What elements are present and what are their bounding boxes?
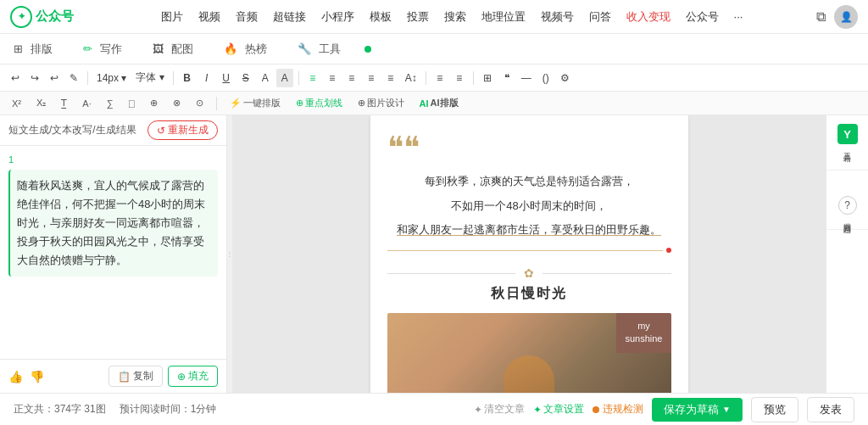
image-design-button[interactable]: ⊕ 图片设计 [353, 96, 409, 110]
one-key-layout-button[interactable]: ⚡ 一键排版 [225, 96, 286, 110]
ordered-list-button[interactable]: ≡ [451, 69, 468, 87]
nav-image[interactable]: 图片 [161, 8, 183, 26]
underline-button[interactable]: U [218, 69, 235, 87]
nav-miniapp[interactable]: 小程序 [321, 8, 354, 26]
align-left-button[interactable]: ≡ [304, 69, 321, 87]
toolbar1: ⊞ 排版 ✏ 写作 🖼 配图 🔥 热榜 🔧 工具 [0, 34, 868, 64]
top-nav: ✦ 公众号 图片 视频 音频 超链接 小程序 模板 投票 搜索 地理位置 视频号… [0, 0, 868, 34]
dash-button[interactable]: — [518, 69, 535, 87]
section-title[interactable]: 秋日慢时光 [387, 285, 671, 303]
top-nav-right: ⧉ 👤 [816, 5, 858, 29]
preview-label: 预览 [764, 403, 786, 416]
dislike-icon[interactable]: 👎 [30, 370, 44, 383]
text-style-button[interactable]: T̲ [56, 97, 72, 109]
add-circle-button[interactable]: ⊕ [145, 97, 163, 109]
copy-button[interactable]: 📋 复制 [108, 366, 163, 387]
nav-monetize[interactable]: 收入变现 [626, 8, 670, 26]
table-button[interactable]: ⊞ [479, 69, 496, 87]
toolbox-item-help[interactable]: ? 遇到问题 [826, 187, 868, 230]
align-center-button[interactable]: ≡ [324, 69, 341, 87]
redo-button[interactable]: ↪ [26, 69, 43, 87]
violation-button[interactable]: 违规检测 [593, 402, 643, 417]
clear-label: 清空文章 [484, 402, 525, 417]
save-button[interactable]: 保存为草稿 ▼ [652, 398, 743, 422]
subscript-button[interactable]: X₂ [31, 97, 51, 109]
tab-write[interactable]: ✏ 写作 [78, 35, 132, 64]
toolbox-help-label: 遇到问题 [842, 217, 853, 221]
image-label-line1: my [625, 320, 662, 333]
tab-tools[interactable]: 🔧 工具 [292, 35, 351, 64]
quote-button[interactable]: ❝ [498, 69, 515, 87]
window-icon[interactable]: ⧉ [816, 9, 826, 25]
nav-hyperlink[interactable]: 超链接 [273, 8, 306, 26]
align-justify-button[interactable]: ≡ [363, 69, 380, 87]
list-button[interactable]: ≡ [431, 69, 448, 87]
key-highlight-button[interactable]: ⊕ 重点划线 [291, 96, 348, 110]
tab-layout[interactable]: ⊞ 排版 [8, 35, 63, 64]
settings-icon: ✦ [533, 404, 542, 416]
nav-template[interactable]: 模板 [370, 8, 392, 26]
doc-settings-button[interactable]: ✦ 文章设置 [533, 402, 584, 417]
back-button[interactable]: ↩ [46, 69, 63, 87]
read-time: 预计阅读时间：1分钟 [120, 402, 217, 417]
undo-button[interactable]: ↩ [7, 69, 24, 87]
nav-more[interactable]: ··· [734, 8, 743, 25]
superscript-button[interactable]: X² [7, 98, 26, 109]
app-logo[interactable]: ✦ 公众号 [10, 6, 74, 28]
ai-layout-button[interactable]: AI AI排版 [415, 96, 464, 110]
circle-button[interactable]: ⊙ [191, 97, 209, 109]
like-icon[interactable]: 👍 [8, 370, 23, 383]
article-line-1[interactable]: 每到秋季，凉爽的天气总是特别适合露营， [387, 171, 671, 193]
code-button[interactable]: () [537, 69, 554, 87]
regen-button[interactable]: ↺ 重新生成 [147, 120, 218, 140]
nav-search[interactable]: 搜索 [444, 8, 466, 26]
tab-hot[interactable]: 🔥 热榜 [219, 35, 277, 64]
publish-button[interactable]: 发表 [807, 397, 854, 422]
align-right-button[interactable]: ≡ [343, 69, 360, 87]
settings-button[interactable]: ⚙ [557, 69, 574, 87]
toolbox-item-tools[interactable]: Y 工具箱 ← [826, 115, 868, 171]
line-height-button[interactable]: A↕ [402, 69, 420, 87]
image-label-line2: sunshine [625, 333, 662, 345]
font-color-button[interactable]: A [257, 69, 274, 87]
editor-area[interactable]: ❝❝ 每到秋季，凉爽的天气总是特别适合露营， 不如用一个48小时周末的时间， 和… [232, 115, 826, 393]
nav-video[interactable]: 视频 [198, 8, 220, 26]
nav-official[interactable]: 公众号 [686, 8, 719, 26]
pen-button[interactable]: ✎ [65, 69, 82, 87]
nav-video-channel[interactable]: 视频号 [541, 8, 574, 26]
article-line-3[interactable]: 和家人朋友一起逃离都市生活，享受秋日的田野乐趣。 [387, 220, 671, 241]
special-button[interactable]: ⊗ [168, 97, 186, 109]
save-label: 保存为草稿 [664, 402, 719, 417]
box-button[interactable]: ⎕ [124, 98, 140, 109]
nav-location[interactable]: 地理位置 [481, 8, 526, 26]
preview-button[interactable]: 预览 [751, 397, 798, 422]
toolbox-help-icon: ? [838, 196, 857, 215]
fill-button[interactable]: ⊕ 填充 [168, 366, 218, 387]
clear-button[interactable]: ✦ 清空文章 [474, 402, 525, 417]
strikethrough-button[interactable]: S [237, 69, 254, 87]
tab-match[interactable]: 🖼 配图 [147, 35, 203, 64]
main-area: 短文生成/文本改写/生成结果 ↺ 重新生成 1 随着秋风送爽，宜人的气候成了露营… [0, 115, 868, 393]
bold-button[interactable]: B [179, 69, 196, 87]
font-size-selector[interactable]: 14px ▾ [93, 69, 130, 87]
left-panel-header: 短文生成/文本改写/生成结果 ↺ 重新生成 [0, 115, 226, 146]
nav-vote[interactable]: 投票 [407, 8, 429, 26]
right-toolbox: Y 工具箱 ← ? 遇到问题 [826, 115, 868, 393]
result-text[interactable]: 随着秋风送爽，宜人的气候成了露营的绝佳伴侣，何不把握一个48小时的周末时光，与亲… [8, 170, 218, 277]
font-family-selector[interactable]: 字体 ▾ [132, 69, 167, 87]
formula-button[interactable]: ∑ [102, 98, 119, 109]
italic-button[interactable]: I [198, 69, 215, 87]
text-effect-button[interactable]: A· [77, 98, 96, 109]
highlight-button[interactable]: A [276, 69, 293, 87]
toolbox-tools-icon: Y [837, 124, 858, 144]
toolbox-arrow-icon: ← [843, 152, 852, 161]
separator-ai [216, 97, 217, 110]
user-avatar[interactable]: 👤 [834, 5, 858, 29]
violation-dot [593, 406, 599, 413]
separator [87, 71, 88, 85]
article-line-2[interactable]: 不如用一个48小时周末的时间， [387, 196, 671, 217]
separator5 [473, 71, 474, 85]
indent-button[interactable]: ≡ [382, 69, 399, 87]
nav-qa[interactable]: 问答 [589, 8, 611, 26]
nav-audio[interactable]: 音频 [236, 8, 258, 26]
